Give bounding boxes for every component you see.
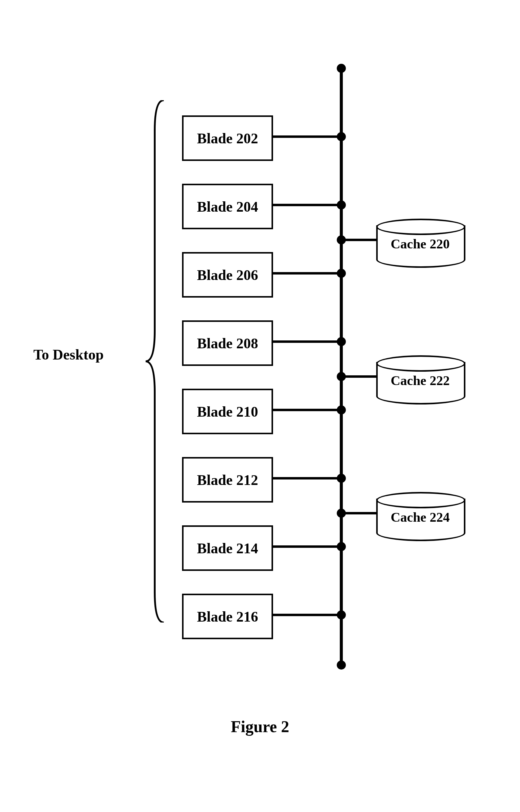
blade-212-dot (337, 474, 346, 483)
blade-208-label: Blade 208 (197, 335, 258, 352)
blade-202-label: Blade 202 (197, 130, 258, 147)
cache-220-dot (337, 235, 346, 244)
cache-220-connector (343, 239, 376, 241)
cylinder-top (376, 219, 465, 235)
blade-212-connector (273, 477, 340, 479)
blade-208-dot (337, 337, 346, 346)
blade-208-connector (273, 340, 340, 343)
blade-206-connector (273, 272, 340, 274)
blade-216-box: Blade 216 (182, 594, 273, 639)
curly-brace (142, 100, 167, 622)
blade-204-label: Blade 204 (197, 198, 258, 215)
cache-222-dot (337, 372, 346, 381)
blade-206-box: Blade 206 (182, 252, 273, 298)
blade-214-box: Blade 214 (182, 525, 273, 571)
cylinder-top (376, 492, 465, 508)
diagram-container: To Desktop Blade 202 Blade 204 Blade 206… (30, 30, 490, 698)
blade-210-connector (273, 409, 340, 411)
bus-dot-bottom (337, 661, 346, 670)
blade-216-dot (337, 610, 346, 619)
blade-210-dot (337, 405, 346, 415)
blade-204-box: Blade 204 (182, 184, 273, 229)
blade-206-dot (337, 269, 346, 278)
blade-212-label: Blade 212 (197, 472, 258, 488)
blade-216-label: Blade 216 (197, 608, 258, 625)
cache-222: Cache 222 (376, 355, 464, 398)
cache-224: Cache 224 (376, 492, 464, 535)
blade-206-label: Blade 206 (197, 267, 258, 283)
blade-210-label: Blade 210 (197, 403, 258, 420)
blade-214-dot (337, 542, 346, 551)
cache-224-dot (337, 509, 346, 518)
blade-214-connector (273, 545, 340, 548)
blade-202-dot (337, 132, 346, 141)
blade-204-dot (337, 200, 346, 210)
blade-208-box: Blade 208 (182, 320, 273, 366)
desktop-label: To Desktop (33, 346, 104, 363)
blade-202-connector (273, 136, 340, 138)
cache-224-label: Cache 224 (376, 510, 464, 525)
blade-216-connector (273, 614, 340, 616)
blade-202-box: Blade 202 (182, 115, 273, 161)
cache-222-connector (343, 375, 376, 378)
cache-220-label: Cache 220 (376, 236, 464, 252)
blade-212-box: Blade 212 (182, 457, 273, 502)
blade-204-connector (273, 204, 340, 206)
bus-line (340, 67, 343, 665)
bus-dot-top (337, 64, 346, 73)
cylinder-top (376, 355, 465, 372)
figure-caption: Figure 2 (0, 717, 520, 736)
cache-220: Cache 220 (376, 219, 464, 261)
cache-224-connector (343, 512, 376, 514)
blade-214-label: Blade 214 (197, 540, 258, 557)
blade-210-box: Blade 210 (182, 389, 273, 434)
cache-222-label: Cache 222 (376, 373, 464, 388)
